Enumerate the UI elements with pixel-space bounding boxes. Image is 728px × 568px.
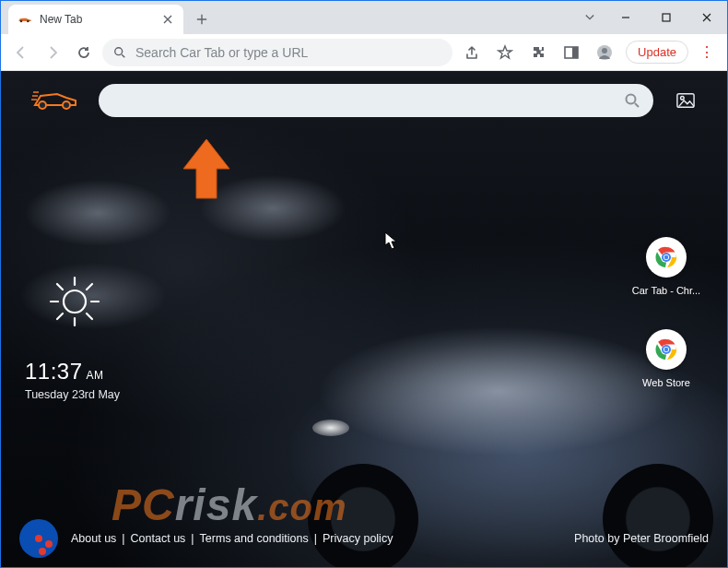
search-icon[interactable]	[624, 92, 640, 109]
maximize-button[interactable]	[646, 4, 687, 31]
page-footer: About us| Contact us| Terms and conditio…	[1, 519, 727, 558]
svg-point-8	[39, 101, 46, 109]
new-tab-button[interactable]	[189, 6, 215, 32]
share-button[interactable]	[458, 39, 486, 66]
menu-kebab-icon[interactable]: ⋮	[694, 43, 720, 61]
address-bar[interactable]: Search Car Tab or type a URL	[102, 39, 452, 66]
clock-time: 11:37AM	[25, 359, 120, 385]
svg-point-9	[63, 101, 70, 109]
page-search-bar[interactable]	[99, 84, 653, 117]
shortcut-icon	[646, 329, 687, 370]
profile-avatar-icon[interactable]	[591, 39, 618, 66]
clock-widget: 11:37AM Tuesday 23rd May	[25, 359, 120, 401]
reload-button[interactable]	[71, 40, 97, 65]
browser-tab[interactable]: New Tab	[8, 5, 183, 34]
wallpaper-picker-icon[interactable]	[670, 87, 701, 114]
background-cars	[10, 145, 397, 283]
clock-ampm: AM	[87, 369, 104, 382]
update-button[interactable]: Update	[626, 41, 688, 64]
svg-point-0	[20, 20, 23, 23]
svg-line-30	[87, 284, 92, 290]
shortcut-label: Car Tab - Chr...	[629, 285, 703, 296]
svg-point-3	[115, 47, 123, 54]
svg-line-28	[57, 284, 63, 290]
close-window-button[interactable]	[687, 4, 727, 31]
photo-credit: Photo by Peter Broomfield	[574, 532, 709, 545]
shortcut-car-tab[interactable]: Car Tab - Chr...	[629, 237, 703, 296]
svg-point-7	[602, 48, 607, 53]
tab-close-icon[interactable]	[161, 10, 174, 29]
forward-button[interactable]	[40, 40, 65, 65]
svg-rect-5	[572, 47, 578, 58]
svg-rect-2	[663, 14, 670, 21]
shortcut-icon	[646, 237, 687, 278]
extensions-puzzle-icon[interactable]	[524, 39, 552, 66]
bookmark-star-icon[interactable]	[491, 39, 519, 66]
side-panel-icon[interactable]	[558, 39, 585, 66]
tab-favicon-car-icon	[18, 12, 32, 27]
footer-contact-link[interactable]: Contact us	[131, 532, 186, 545]
svg-point-17	[664, 255, 668, 259]
svg-point-10	[627, 95, 636, 104]
svg-point-1	[27, 20, 29, 23]
minimize-button[interactable]	[605, 4, 646, 31]
clock-date: Tuesday 23rd May	[25, 388, 120, 401]
address-bar-placeholder: Search Car Tab or type a URL	[135, 45, 441, 60]
tab-title: New Tab	[40, 13, 161, 26]
shortcut-web-store[interactable]: Web Store	[629, 329, 703, 388]
footer-about-link[interactable]: About us	[71, 532, 116, 545]
footer-privacy-link[interactable]: Privacy policy	[323, 532, 393, 545]
svg-line-29	[87, 314, 92, 319]
svg-point-12	[681, 96, 685, 100]
svg-line-31	[57, 314, 63, 319]
tab-search-button[interactable]	[574, 4, 605, 31]
footer-links: About us| Contact us| Terms and conditio…	[71, 532, 393, 545]
window-controls	[574, 1, 727, 34]
browser-toolbar: Search Car Tab or type a URL Update ⋮	[1, 34, 727, 71]
svg-point-22	[664, 348, 668, 351]
car-tab-logo-icon[interactable]	[27, 87, 82, 114]
back-button[interactable]	[8, 40, 34, 65]
svg-point-23	[64, 290, 86, 313]
shortcut-label: Web Store	[629, 377, 703, 388]
page-content: Car Tab - Chr... Web Store 11:37AM Tuesd…	[1, 71, 727, 567]
page-search-input[interactable]	[112, 84, 624, 117]
apps-launcher-icon[interactable]	[19, 519, 58, 558]
browser-window: New Tab Search Car Tab or type a URL	[0, 0, 728, 568]
page-top-row	[1, 84, 727, 117]
weather-sun-icon[interactable]	[45, 272, 104, 335]
tab-strip: New Tab	[1, 1, 727, 34]
footer-terms-link[interactable]: Terms and conditions	[200, 532, 309, 545]
search-icon	[113, 46, 126, 59]
clock-time-value: 11:37	[25, 359, 83, 384]
